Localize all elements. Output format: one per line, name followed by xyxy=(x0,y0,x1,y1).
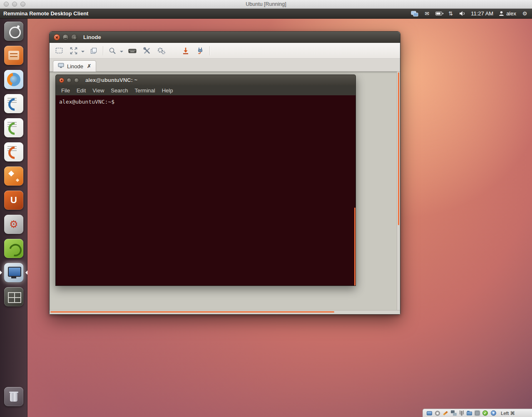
remmina-indicator-icon[interactable] xyxy=(411,10,418,17)
grab-keyboard-icon[interactable] xyxy=(127,45,138,56)
toolbar-separator xyxy=(103,46,103,55)
menu-view[interactable]: View xyxy=(89,87,107,94)
sync-indicator-icon[interactable]: ⇅ xyxy=(447,10,454,17)
vm-window-title: Ubuntu [Running] xyxy=(0,0,532,8)
vbox-usb-icon[interactable] xyxy=(461,411,462,416)
user-indicator[interactable]: alex xyxy=(499,10,516,17)
menu-terminal[interactable]: Terminal xyxy=(132,87,159,94)
tab-close-icon[interactable]: ✗ xyxy=(86,63,91,69)
vbox-recording-icon[interactable] xyxy=(443,411,448,415)
vbox-features-icon[interactable] xyxy=(475,411,480,415)
menu-edit[interactable]: Edit xyxy=(73,87,89,94)
vm-minimize-button[interactable] xyxy=(12,2,17,7)
launcher-item-remmina[interactable] xyxy=(4,263,23,282)
duplicate-connection-icon[interactable] xyxy=(88,45,99,56)
launcher-item-system-settings[interactable]: ⚙ xyxy=(4,215,23,234)
connection-tab-linode[interactable]: Linode ✗ xyxy=(53,60,96,72)
battery-indicator-icon[interactable] xyxy=(435,10,442,17)
vm-zoom-button[interactable] xyxy=(20,2,25,7)
global-menu-app-title[interactable]: Remmina Remote Desktop Client xyxy=(3,10,88,17)
tab-screen-icon xyxy=(58,63,64,70)
launcher-item-libreoffice-calc[interactable] xyxy=(4,118,23,137)
indicator-area: ✉ ⇅ 11:27 AM alex ⚙ xyxy=(411,10,529,17)
virtualbox-statusbar: ✓ ▼ Left ⌘ xyxy=(423,409,532,417)
volume-indicator-icon[interactable] xyxy=(459,10,465,17)
ubuntu-top-panel: Remmina Remote Desktop Client ✉ ⇅ 11:27 … xyxy=(0,9,532,19)
vbox-shared-folders-icon[interactable] xyxy=(467,412,472,415)
vbox-optical-drives-icon[interactable] xyxy=(435,411,440,416)
launcher-item-dash-home[interactable] xyxy=(4,22,23,41)
viewport-horizontal-scrollbar[interactable] xyxy=(50,310,400,314)
vbox-display-icon[interactable] xyxy=(427,411,432,415)
unity-launcher: U ⚙ xyxy=(0,19,27,417)
mail-indicator-icon[interactable]: ✉ xyxy=(424,10,430,17)
terminal-minimize-button[interactable] xyxy=(67,78,72,83)
settings-gear-glyph: ⚙ xyxy=(9,219,18,229)
viewport-horizontal-scrollbar-thumb[interactable] xyxy=(50,311,334,313)
launcher-item-software-updater[interactable] xyxy=(4,239,23,258)
user-indicator-label: alex xyxy=(506,10,516,17)
launcher-item-software-center[interactable] xyxy=(4,166,23,186)
vbox-network-icon[interactable] xyxy=(451,410,457,416)
remmina-window: Linode xyxy=(49,31,400,315)
terminal-scrollbar-thumb[interactable] xyxy=(354,208,355,285)
host-key-label: Left ⌘ xyxy=(501,410,515,416)
terminal-titlebar[interactable]: alex@ubuntuVNC: ~ xyxy=(55,74,356,85)
launcher-item-workspace-switcher[interactable] xyxy=(4,287,23,306)
ubuntu-one-glyph: U xyxy=(10,196,17,205)
disconnect-icon[interactable] xyxy=(195,45,206,56)
preferences-tools-icon[interactable] xyxy=(142,45,152,56)
terminal-body[interactable]: alex@ubuntuVNC:~$ xyxy=(55,95,356,286)
remote-desktop-viewport[interactable]: alex@ubuntuVNC: ~ File Edit View Search … xyxy=(50,72,400,314)
remmina-minimize-button[interactable] xyxy=(62,34,69,40)
vm-window-controls xyxy=(4,2,25,7)
virtualbox-vm-screen: Ubuntu [Running] Remmina Remote Desktop … xyxy=(0,0,532,417)
toolbar-end-separator xyxy=(209,46,210,55)
launcher-item-home-folder[interactable] xyxy=(4,46,23,65)
remmina-close-button[interactable] xyxy=(54,34,60,40)
remmina-maximize-button[interactable] xyxy=(71,34,77,40)
zoom-dropdown-caret[interactable] xyxy=(120,51,123,54)
minimize-to-tray-icon[interactable] xyxy=(180,45,191,56)
launcher-item-libreoffice-impress[interactable] xyxy=(4,142,23,161)
plugins-gears-icon[interactable] xyxy=(156,45,167,56)
remmina-running-indicator-arrow xyxy=(0,271,4,275)
fit-window-dropdown-caret[interactable] xyxy=(81,51,85,54)
user-icon xyxy=(499,11,504,16)
terminal-menubar: File Edit View Search Terminal Help xyxy=(55,85,356,95)
remmina-focused-indicator-arrow xyxy=(23,271,27,275)
terminal-window: alex@ubuntuVNC: ~ File Edit View Search … xyxy=(55,74,356,286)
remmina-window-title: Linode xyxy=(83,34,101,40)
fit-window-icon[interactable] xyxy=(68,45,79,56)
viewport-vertical-scrollbar-thumb[interactable] xyxy=(398,72,399,225)
zoom-icon[interactable] xyxy=(107,45,118,56)
menu-file[interactable]: File xyxy=(58,87,73,94)
launcher-item-ubuntu-one[interactable]: U xyxy=(4,191,23,210)
launcher-item-firefox[interactable] xyxy=(4,70,23,89)
launcher-item-trash[interactable] xyxy=(4,387,23,406)
terminal-prompt: alex@ubuntuVNC:~$ xyxy=(59,99,114,105)
terminal-window-title: alex@ubuntuVNC: ~ xyxy=(85,77,137,83)
vbox-host-capture-icon[interactable]: ▼ xyxy=(491,410,496,416)
terminal-maximize-button[interactable] xyxy=(74,78,79,83)
menu-help[interactable]: Help xyxy=(159,87,177,94)
clock-indicator[interactable]: 11:27 AM xyxy=(471,10,493,17)
vbox-status-ok-icon[interactable]: ✓ xyxy=(482,410,488,416)
session-gear-icon[interactable]: ⚙ xyxy=(522,10,528,17)
viewport-vertical-scrollbar[interactable] xyxy=(397,72,400,310)
tab-label: Linode xyxy=(67,63,83,70)
menu-search[interactable]: Search xyxy=(107,87,131,94)
remmina-toolbar xyxy=(50,43,400,59)
toggle-viewport-icon[interactable] xyxy=(54,45,65,56)
launcher-item-libreoffice-writer[interactable] xyxy=(4,94,23,113)
remmina-tabbar: Linode ✗ xyxy=(50,59,400,72)
battery-shape xyxy=(435,12,442,15)
remmina-titlebar[interactable]: Linode xyxy=(50,32,400,43)
terminal-close-button[interactable] xyxy=(59,78,64,83)
vm-titlebar[interactable]: Ubuntu [Running] xyxy=(0,0,532,9)
vm-close-button[interactable] xyxy=(4,2,9,7)
